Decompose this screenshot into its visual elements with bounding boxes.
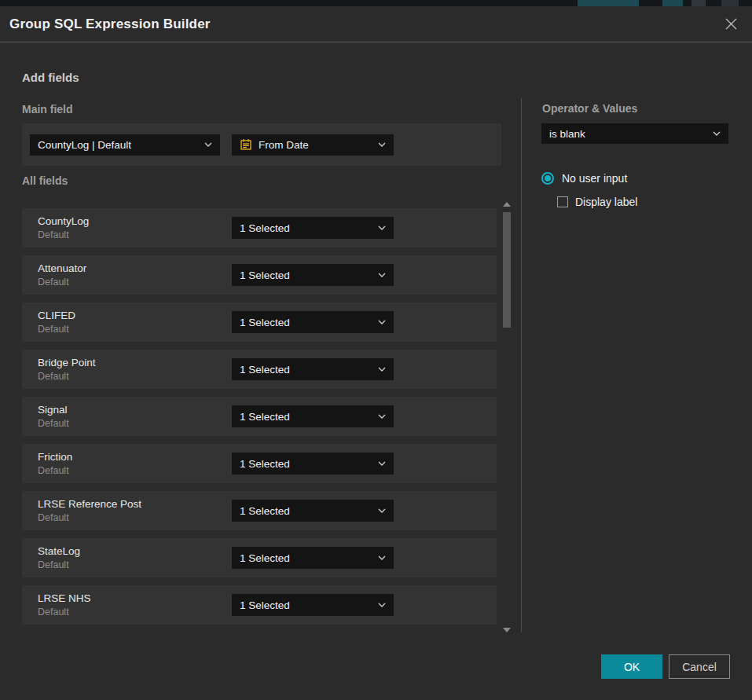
field-selection-value: 1 Selected: [240, 458, 372, 470]
field-texts: StateLog Default: [38, 544, 80, 572]
field-select-dropdown[interactable]: From Date: [232, 134, 394, 156]
chevron-down-icon: [204, 142, 212, 147]
field-selection-dropdown[interactable]: 1 Selected: [232, 311, 394, 333]
field-selection-dropdown[interactable]: 1 Selected: [232, 264, 394, 286]
field-selection-dropdown[interactable]: 1 Selected: [232, 217, 394, 239]
backdrop-strip: [0, 0, 752, 6]
field-selection-dropdown[interactable]: 1 Selected: [232, 500, 394, 522]
all-fields-list: CountyLog Default 1 Selected Attenuator …: [22, 208, 497, 632]
chevron-down-icon: [378, 603, 386, 607]
display-label-checkbox-row[interactable]: Display label: [557, 196, 637, 208]
field-list-item: Signal Default 1 Selected: [22, 397, 497, 436]
field-list-item: Bridge Point Default 1 Selected: [22, 350, 497, 389]
field-texts: CLIFED Default: [38, 308, 75, 336]
field-texts: CountyLog Default: [38, 214, 89, 242]
layer-select-dropdown[interactable]: CountyLog | Default: [30, 134, 220, 156]
field-name: Attenuator: [38, 261, 86, 276]
field-selection-value: 1 Selected: [240, 599, 372, 611]
chevron-down-icon: [713, 131, 721, 136]
field-selection-value: 1 Selected: [240, 364, 372, 376]
chevron-down-icon: [378, 508, 386, 513]
field-selection-value: 1 Selected: [240, 317, 372, 328]
group-sql-expression-builder-dialog: Group SQL Expression Builder Add fields …: [0, 6, 752, 700]
operator-value: is blank: [549, 128, 706, 140]
field-subtitle: Default: [38, 229, 89, 242]
field-selection-value: 1 Selected: [240, 411, 372, 423]
no-user-input-radio-row[interactable]: No user input: [541, 172, 627, 185]
field-selection-dropdown[interactable]: 1 Selected: [232, 453, 394, 475]
layer-select-value: CountyLog | Default: [38, 139, 198, 151]
field-name: StateLog: [38, 544, 80, 559]
field-list-item: Friction Default 1 Selected: [22, 444, 497, 483]
field-select-value: From Date: [259, 139, 365, 151]
backdrop-fragment: [721, 0, 739, 6]
field-subtitle: Default: [38, 276, 86, 289]
field-subtitle: Default: [38, 606, 91, 619]
field-selection-value: 1 Selected: [240, 552, 372, 564]
field-selection-dropdown[interactable]: 1 Selected: [232, 594, 394, 616]
vertical-divider: [521, 98, 522, 632]
field-list-item: StateLog Default 1 Selected: [22, 538, 497, 577]
scrollbar-thumb[interactable]: [503, 212, 511, 328]
field-name: CLIFED: [38, 308, 75, 323]
field-list-item: LRSE NHS Default 1 Selected: [22, 585, 497, 625]
field-texts: LRSE Reference Post Default: [38, 497, 141, 525]
radio-button-icon[interactable]: [541, 172, 554, 185]
chevron-down-icon: [378, 555, 386, 560]
cancel-button[interactable]: Cancel: [669, 654, 730, 679]
fields-list-scrollbar[interactable]: [502, 202, 512, 632]
close-icon: [724, 17, 738, 31]
backdrop-fragment: [578, 0, 639, 6]
field-selection-dropdown[interactable]: 1 Selected: [232, 547, 394, 569]
field-name: LRSE Reference Post: [38, 497, 141, 511]
field-selection-value: 1 Selected: [240, 269, 372, 281]
field-subtitle: Default: [38, 511, 141, 525]
field-list-item: CountyLog Default 1 Selected: [22, 208, 497, 247]
display-label-label: Display label: [575, 196, 637, 208]
field-selection-dropdown[interactable]: 1 Selected: [232, 358, 394, 380]
field-subtitle: Default: [38, 417, 69, 431]
scroll-down-arrow-icon[interactable]: [503, 628, 511, 632]
field-subtitle: Default: [38, 370, 96, 383]
operator-values-heading: Operator & Values: [542, 102, 637, 115]
field-list-item: LRSE Reference Post Default 1 Selected: [22, 491, 497, 530]
backdrop-fragment: [662, 0, 683, 6]
field-name: LRSE NHS: [38, 591, 91, 606]
chevron-down-icon: [378, 461, 386, 466]
field-selection-dropdown[interactable]: 1 Selected: [232, 405, 394, 427]
field-texts: LRSE NHS Default: [38, 591, 91, 619]
chevron-down-icon: [378, 273, 386, 277]
dialog-header: Group SQL Expression Builder: [0, 6, 752, 42]
field-name: Bridge Point: [38, 355, 96, 370]
chevron-down-icon: [378, 320, 386, 324]
field-selection-value: 1 Selected: [240, 222, 372, 234]
field-texts: Signal Default: [38, 402, 69, 431]
field-subtitle: Default: [38, 323, 75, 336]
field-texts: Attenuator Default: [38, 261, 86, 289]
field-texts: Friction Default: [38, 449, 72, 478]
field-selection-value: 1 Selected: [240, 505, 372, 517]
calendar-date-icon: [240, 138, 252, 151]
ok-button[interactable]: OK: [601, 654, 662, 679]
backdrop-fragment: [691, 0, 706, 6]
dialog-title: Group SQL Expression Builder: [9, 16, 211, 32]
chevron-down-icon: [378, 414, 386, 419]
close-button[interactable]: [722, 16, 739, 33]
field-list-item: CLIFED Default 1 Selected: [22, 302, 497, 342]
scroll-up-arrow-icon[interactable]: [503, 202, 511, 207]
operator-dropdown[interactable]: is blank: [541, 123, 728, 144]
no-user-input-label: No user input: [562, 172, 627, 185]
chevron-down-icon: [378, 225, 386, 230]
field-name: Friction: [38, 449, 72, 464]
add-fields-heading: Add fields: [22, 71, 79, 84]
checkbox-icon[interactable]: [557, 196, 568, 207]
chevron-down-icon: [378, 142, 386, 147]
main-field-label: Main field: [22, 103, 73, 115]
all-fields-label: All fields: [22, 174, 68, 187]
field-subtitle: Default: [38, 464, 72, 478]
field-name: CountyLog: [38, 214, 89, 229]
chevron-down-icon: [378, 367, 386, 372]
field-list-item: Attenuator Default 1 Selected: [22, 255, 497, 295]
main-field-panel: CountyLog | Default From Date: [22, 123, 501, 166]
field-subtitle: Default: [38, 559, 80, 572]
